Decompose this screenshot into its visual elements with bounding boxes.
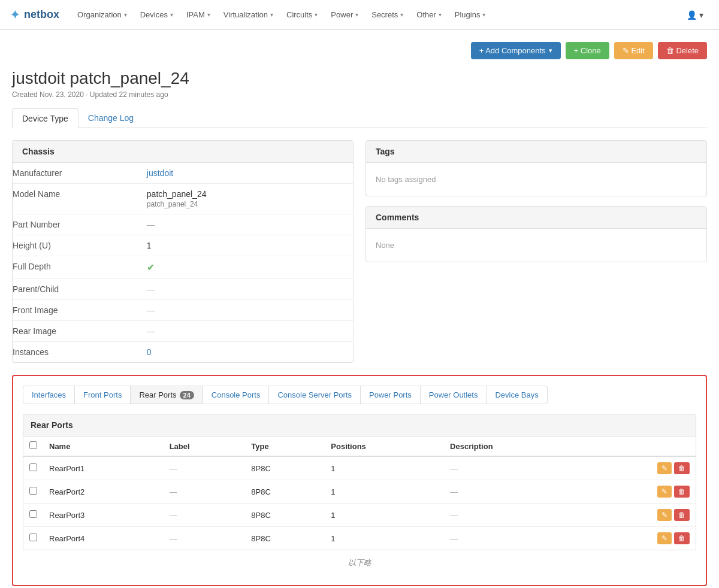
table-row: Height (U) 1: [13, 235, 353, 256]
field-label: Front Image: [13, 300, 142, 321]
comp-tab-interfaces[interactable]: Interfaces: [23, 386, 75, 404]
row-description: —: [444, 480, 583, 504]
col-name: Name: [43, 437, 164, 456]
edit-row-button[interactable]: ✎: [657, 486, 672, 498]
edit-button[interactable]: ✎ Edit: [614, 42, 653, 59]
field-label: Parent/Child: [13, 279, 142, 300]
row-positions: 1: [325, 480, 444, 504]
delete-row-button[interactable]: 🗑: [674, 462, 690, 474]
row-checkbox[interactable]: [29, 487, 37, 495]
row-description: —: [444, 504, 583, 527]
row-label: —: [164, 527, 246, 550]
comments-body: None: [366, 229, 706, 262]
row-actions: ✎ 🗑: [589, 462, 690, 474]
nav-other[interactable]: Other ▾: [410, 7, 448, 23]
tags-panel: Tags No tags assigned: [365, 140, 707, 196]
row-positions: 1: [325, 504, 444, 527]
delete-row-button[interactable]: 🗑: [674, 486, 690, 498]
field-value: 1: [142, 235, 353, 256]
chevron-down-icon: ▾: [207, 11, 210, 18]
chevron-down-icon: ▾: [482, 11, 485, 18]
row-positions: 1: [325, 527, 444, 550]
row-name: RearPort2: [43, 480, 164, 504]
field-value: —: [142, 321, 353, 342]
comments-empty: None: [376, 236, 697, 254]
chevron-down-icon: ▾: [170, 11, 173, 18]
chevron-down-icon: ▾: [549, 47, 552, 54]
row-checkbox[interactable]: [29, 463, 37, 471]
row-checkbox-cell: [23, 480, 44, 504]
row-name: RearPort4: [43, 527, 164, 550]
component-tabs: Interfaces Front Ports Rear Ports 24 Con…: [23, 386, 696, 404]
nav-menu: Organization ▾ Devices ▾ IPAM ▾ Virtuali…: [71, 7, 681, 23]
chevron-down-icon: ▾: [400, 11, 403, 18]
col-positions: Positions: [325, 437, 444, 456]
clone-button[interactable]: + Clone: [566, 42, 609, 59]
field-value: ✔: [142, 256, 353, 279]
add-components-button[interactable]: + Add Components ▾: [471, 42, 561, 59]
tags-heading: Tags: [366, 141, 706, 163]
edit-row-button[interactable]: ✎: [657, 532, 672, 544]
field-value: patch_panel_24 patch_panel_24: [142, 184, 353, 214]
comp-tab-device-bays[interactable]: Device Bays: [486, 386, 547, 404]
row-checkbox[interactable]: [29, 534, 37, 541]
row-actions: ✎ 🗑: [589, 486, 690, 498]
user-menu[interactable]: 👤 ▾: [681, 7, 709, 23]
nav-virtualization[interactable]: Virtualization ▾: [217, 7, 279, 23]
table-row: RearPort4 — 8P8C 1 — ✎ 🗑: [23, 527, 696, 550]
nav-organization[interactable]: Organization ▾: [71, 7, 133, 23]
nav-circuits[interactable]: Circuits ▾: [280, 7, 324, 23]
table-row: Rear Image —: [13, 321, 353, 342]
row-type: 8P8C: [245, 504, 325, 527]
delete-row-button[interactable]: 🗑: [674, 509, 690, 521]
field-label: Instances: [13, 342, 142, 363]
row-checkbox-cell: [23, 504, 44, 527]
col-actions: [583, 437, 696, 456]
comments-panel: Comments None: [365, 206, 707, 262]
row-checkbox-cell: [23, 527, 44, 550]
comp-tab-power-outlets[interactable]: Power Outlets: [420, 386, 487, 404]
col-label: Label: [164, 437, 246, 456]
nav-ipam[interactable]: IPAM ▾: [180, 7, 216, 23]
comp-tab-power-ports[interactable]: Power Ports: [360, 386, 421, 404]
nav-secrets[interactable]: Secrets ▾: [365, 7, 409, 23]
field-value: —: [142, 214, 353, 235]
field-value: 0: [142, 342, 353, 363]
row-checkbox[interactable]: [29, 510, 37, 518]
brand-name: netbox: [24, 8, 59, 21]
row-actions-cell: ✎ 🗑: [583, 480, 696, 504]
edit-row-button[interactable]: ✎: [657, 462, 672, 474]
table-row: Front Image —: [13, 300, 353, 321]
chevron-down-icon: ▾: [315, 11, 318, 18]
select-all-checkbox[interactable]: [29, 441, 37, 449]
row-actions-cell: ✎ 🗑: [583, 504, 696, 527]
field-label: Model Name: [13, 184, 142, 214]
comp-tab-console-server-ports[interactable]: Console Server Ports: [268, 386, 361, 404]
delete-row-button[interactable]: 🗑: [674, 532, 690, 544]
comp-tab-front-ports[interactable]: Front Ports: [74, 386, 131, 404]
table-row: Parent/Child —: [13, 279, 353, 300]
delete-button[interactable]: 🗑 Delete: [658, 42, 707, 59]
nav-power[interactable]: Power ▾: [325, 7, 364, 23]
edit-row-button[interactable]: ✎: [657, 509, 672, 521]
row-name: RearPort1: [43, 456, 164, 480]
comp-tab-rear-ports[interactable]: Rear Ports 24: [130, 386, 203, 404]
truncation-note: 以下略: [23, 550, 696, 575]
field-label: Rear Image: [13, 321, 142, 342]
manufacturer-link[interactable]: justdoit: [147, 168, 173, 178]
main-content: + Add Components ▾ + Clone ✎ Edit 🗑 Dele…: [0, 30, 719, 586]
brand-logo[interactable]: ✦ netbox: [10, 7, 59, 23]
right-panels: Tags No tags assigned Comments None: [365, 140, 707, 363]
netbox-logo-icon: ✦: [10, 7, 20, 23]
table-row: RearPort1 — 8P8C 1 — ✎ 🗑: [23, 456, 696, 480]
tab-device-type[interactable]: Device Type: [12, 108, 78, 128]
instances-link[interactable]: 0: [147, 347, 152, 357]
nav-plugins[interactable]: Plugins ▾: [449, 7, 492, 23]
chevron-down-icon: ▾: [270, 11, 273, 18]
comp-tab-console-ports[interactable]: Console Ports: [203, 386, 270, 404]
col-type: Type: [245, 437, 325, 456]
row-positions: 1: [325, 456, 444, 480]
nav-devices[interactable]: Devices ▾: [134, 7, 179, 23]
row-type: 8P8C: [245, 456, 325, 480]
tab-change-log[interactable]: Change Log: [78, 108, 143, 128]
